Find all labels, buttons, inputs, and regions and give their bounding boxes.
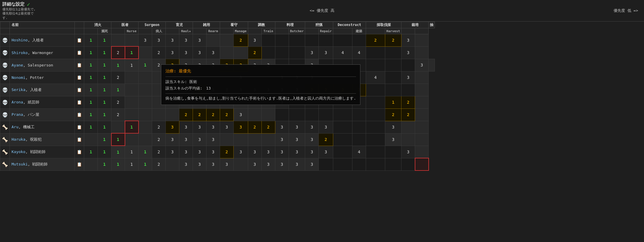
cell-grow1[interactable]: 3 xyxy=(401,34,415,46)
cell[interactable]: 1 xyxy=(111,59,125,71)
cell[interactable]: 3 xyxy=(305,46,319,59)
cell[interactable] xyxy=(139,96,152,108)
cell[interactable]: 3 xyxy=(206,121,220,133)
cell[interactable]: 1 xyxy=(98,46,111,59)
cell[interactable] xyxy=(261,108,275,121)
cell-surg2[interactable]: 3 xyxy=(152,34,166,46)
cell[interactable]: 3 xyxy=(401,146,415,158)
cell[interactable] xyxy=(319,158,333,170)
cell[interactable] xyxy=(333,108,352,121)
cell[interactable]: 3 xyxy=(193,133,206,146)
cell[interactable]: 2 xyxy=(401,108,415,121)
cell[interactable]: 2 xyxy=(385,108,401,121)
cell-guard1[interactable] xyxy=(220,34,234,46)
cell[interactable]: 2 xyxy=(248,121,261,133)
cell[interactable]: 2 xyxy=(111,108,125,121)
cell[interactable]: 3 xyxy=(179,133,193,146)
cell[interactable]: 1 xyxy=(111,84,125,96)
cell[interactable]: 3 xyxy=(220,158,234,170)
cell[interactable]: 1 xyxy=(125,158,139,170)
cell[interactable]: 3 xyxy=(305,158,319,170)
cell[interactable]: 1 xyxy=(84,108,98,121)
cell[interactable]: 2 xyxy=(319,133,333,146)
cell[interactable]: 3 xyxy=(179,121,193,133)
cell[interactable]: 1 xyxy=(125,146,139,158)
cell[interactable]: 1 xyxy=(111,146,125,158)
cell[interactable]: 2 xyxy=(111,71,125,84)
cell[interactable] xyxy=(415,158,429,170)
cell-sel[interactable]: 2 xyxy=(111,46,125,59)
cell[interactable]: 3 xyxy=(275,133,289,146)
cell[interactable]: 3 xyxy=(193,46,206,59)
cell[interactable]: 1 xyxy=(98,158,111,170)
cell[interactable]: 3 xyxy=(220,121,234,133)
cell[interactable]: 3 xyxy=(193,121,206,133)
cell-misc1[interactable]: 3 xyxy=(193,34,206,46)
cell-manage1[interactable]: 2 xyxy=(234,34,248,46)
cell[interactable] xyxy=(248,108,261,121)
cell[interactable]: 1 xyxy=(98,133,111,146)
cell[interactable] xyxy=(366,121,385,133)
cell[interactable]: 3 xyxy=(166,46,179,59)
cell[interactable] xyxy=(125,133,139,146)
cell[interactable]: 1 xyxy=(84,146,98,158)
cell[interactable] xyxy=(415,71,429,84)
cell[interactable]: 3 xyxy=(248,158,261,170)
cell[interactable] xyxy=(139,84,152,96)
cell[interactable] xyxy=(385,84,401,96)
cell-harvest2[interactable]: 2 xyxy=(385,34,401,46)
cell-nurse1[interactable] xyxy=(111,34,125,46)
cell[interactable]: 1 xyxy=(84,71,98,84)
cell-rearm1[interactable] xyxy=(206,34,220,46)
cell[interactable]: 3 xyxy=(179,146,193,158)
cell[interactable] xyxy=(352,133,366,146)
cell[interactable]: 1 xyxy=(98,96,111,108)
cell[interactable] xyxy=(139,71,152,84)
cell-nurse2[interactable] xyxy=(125,34,139,46)
cell[interactable]: 1 xyxy=(139,158,152,170)
cell[interactable]: 2 xyxy=(220,146,234,158)
cell[interactable] xyxy=(385,46,401,59)
cell[interactable]: 1 xyxy=(125,59,139,71)
cell[interactable] xyxy=(401,133,415,146)
cell[interactable]: 1 xyxy=(125,121,139,133)
cell[interactable] xyxy=(333,133,352,146)
cell[interactable]: 3 xyxy=(385,121,401,133)
cell[interactable] xyxy=(401,121,415,133)
cell-cook2[interactable] xyxy=(275,34,289,46)
cell[interactable] xyxy=(366,59,385,71)
cell[interactable]: 2 xyxy=(111,96,125,108)
cell[interactable] xyxy=(366,133,385,146)
cell-train1[interactable]: 3 xyxy=(248,34,261,46)
cell[interactable]: 1 xyxy=(84,46,98,59)
cell[interactable] xyxy=(234,158,248,170)
cell[interactable]: 4 xyxy=(352,146,366,158)
cell[interactable] xyxy=(366,108,385,121)
table-wrapper[interactable]: 名前 消火 医者 Surgeon 育児 雑用 看守 調教 料理 狩猟 Decon… xyxy=(0,22,644,242)
cell-fire2[interactable]: 1 xyxy=(98,34,111,46)
cell[interactable]: 1 xyxy=(84,59,98,71)
cell-fire1[interactable]: 1 xyxy=(84,34,98,46)
cell-surg1[interactable]: 3 xyxy=(139,34,152,46)
cell[interactable]: 3 xyxy=(234,121,248,133)
cell[interactable]: 3 xyxy=(305,121,319,133)
cell[interactable]: 3 xyxy=(248,146,261,158)
cell[interactable] xyxy=(401,84,415,96)
cell[interactable]: 3 xyxy=(319,46,333,59)
cell-cook1[interactable] xyxy=(261,34,275,46)
cell[interactable]: 2 xyxy=(179,108,193,121)
cell[interactable] xyxy=(275,108,289,121)
cell[interactable] xyxy=(139,133,152,146)
cell[interactable]: 4 xyxy=(366,71,385,84)
cell[interactable]: 2 xyxy=(152,133,166,146)
cell-butcher1[interactable] xyxy=(289,34,305,46)
cell[interactable] xyxy=(429,59,435,71)
cell[interactable] xyxy=(333,121,352,133)
cell[interactable] xyxy=(415,133,429,146)
cell[interactable]: 1 xyxy=(84,96,98,108)
cell[interactable] xyxy=(220,46,234,59)
cell[interactable]: 3 xyxy=(275,158,289,170)
cell[interactable]: 3 xyxy=(289,121,305,133)
cell[interactable] xyxy=(385,59,401,71)
cell[interactable] xyxy=(366,158,385,170)
